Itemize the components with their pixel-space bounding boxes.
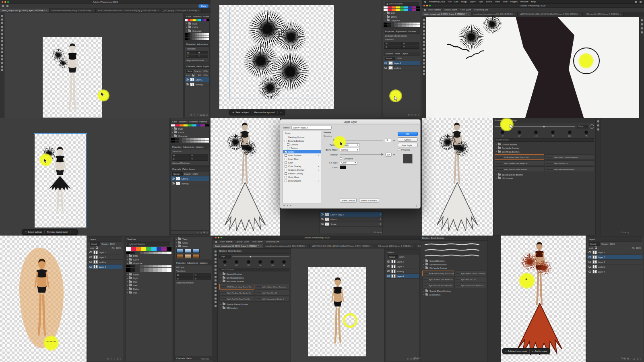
swatch-folder[interactable]: ▸Pure: [126, 280, 171, 283]
layer-style-option[interactable]: Drop Shadow+: [283, 179, 321, 182]
panel-tab[interactable]: Layers: [90, 238, 96, 240]
tool-icon[interactable]: [215, 258, 217, 260]
document-tab[interactable]: Rulloged 115cm Lang...×: [415, 244, 421, 248]
status-icon[interactable]: [640, 1, 642, 3]
brush-size-input[interactable]: [219, 255, 231, 259]
layer-style-option[interactable]: Color Overlay+: [283, 164, 321, 168]
remove-background-button[interactable]: Remove background: [45, 230, 70, 234]
swatch-folder[interactable]: ▸Darker: [126, 287, 171, 291]
layer-thumbnail[interactable]: [190, 83, 194, 86]
make-default-button[interactable]: Make Default: [340, 198, 357, 203]
transform-field[interactable]: W:: [172, 154, 190, 157]
brush-preset[interactable]: Kyle's Real Oils Round Flex Wet: [219, 296, 254, 302]
panel-tab[interactable]: Channels: [385, 52, 393, 55]
fill-value[interactable]: 100%: [116, 247, 121, 249]
panel-tab[interactable]: Libraries: [196, 146, 203, 148]
tool-icon[interactable]: [215, 261, 217, 263]
panel-icon[interactable]: [641, 19, 643, 21]
layer-row[interactable]: working: [588, 265, 642, 269]
mask-icon[interactable]: ◻: [111, 358, 112, 360]
document-tab[interactable]: _HG.jpeg @ 100% (Layer 6, RGB/8#)×: [583, 12, 623, 16]
layer-thumbnail[interactable]: [93, 260, 98, 264]
tool-icon[interactable]: [215, 294, 217, 296]
menu-item[interactable]: Edit: [454, 0, 458, 3]
document-tab[interactable]: a9347398-8480-4382-b18f-1219b15a3698.jpe…: [96, 8, 161, 12]
panel-tab[interactable]: Patterns: [199, 120, 207, 123]
swatch-grid[interactable]: [171, 124, 209, 126]
blend-mode-select[interactable]: Normal: [385, 57, 395, 60]
layer-style-option[interactable]: Stroke: [283, 150, 321, 153]
visibility-eye-icon[interactable]: [588, 271, 591, 273]
layer-thumbnail[interactable]: [93, 255, 98, 259]
brush-preset[interactable]: Kyle's Paintbox - Wet Blender 50: [495, 160, 544, 166]
document-tab[interactable]: basic_croquis.psd @ 100% (Layer 3, RGB/8…: [0, 8, 50, 12]
brush-preset[interactable]: KYLE Ultimate Inking Thick 'n Thin: [422, 271, 454, 276]
gradient-swatch[interactable]: [176, 249, 184, 253]
brush-tip[interactable]: 127: [231, 260, 242, 267]
gray-swatch-row[interactable]: [171, 141, 209, 143]
zoom-window-icon[interactable]: [221, 237, 222, 238]
brush-folder[interactable]: ▸Wet Media Brushes: [219, 279, 289, 283]
panel-tab[interactable]: Swatches: [193, 15, 202, 18]
transform-field[interactable]: Y:: [190, 157, 208, 161]
tool-icon[interactable]: [1, 40, 3, 42]
panel-tab[interactable]: Gradients: [203, 15, 209, 18]
tool-icon[interactable]: [1, 55, 3, 57]
canvas-zoomed-view[interactable]: [426, 17, 639, 118]
swatch-group-folder[interactable]: ▸RGB: [185, 22, 209, 25]
layer-thumbnail[interactable]: [93, 250, 98, 254]
layer-thumbnail[interactable]: [190, 78, 194, 81]
window-controls[interactable]: [423, 5, 431, 6]
layer-thumbnail[interactable]: [325, 222, 329, 226]
tool-icon[interactable]: [423, 37, 425, 39]
menu-item[interactable]: Window: [520, 0, 528, 3]
tool-icon[interactable]: [423, 66, 425, 68]
brush-folder[interactable]: ▸DFI brushes: [495, 176, 594, 180]
up-icon[interactable]: ▴: [287, 204, 288, 207]
tool-icon[interactable]: [423, 30, 425, 32]
fill-value[interactable]: 100%: [202, 74, 208, 77]
tool-option[interactable]: Mode: Normal: [428, 8, 441, 11]
layer-style-option[interactable]: Pattern Overlay: [283, 172, 321, 175]
visibility-eye-icon[interactable]: [321, 218, 324, 220]
ok-button[interactable]: OK: [398, 132, 418, 136]
visibility-eye-icon[interactable]: [172, 182, 175, 184]
swatch-group-folder[interactable]: ▸Grayscale: [126, 261, 171, 265]
close-window-icon[interactable]: [2, 1, 3, 3]
close-tab-icon[interactable]: ×: [372, 245, 373, 247]
visibility-eye-icon[interactable]: [384, 62, 387, 64]
tool-icon[interactable]: [423, 62, 425, 64]
layer-thumbnail[interactable]: [176, 177, 180, 180]
visibility-eye-icon[interactable]: [588, 266, 591, 268]
visibility-eye-icon[interactable]: [89, 261, 92, 263]
transform-field[interactable]: Y:: [402, 46, 419, 49]
tool-icon[interactable]: [423, 52, 425, 54]
menu-item[interactable]: View: [503, 0, 508, 3]
opacity-value[interactable]: 100%: [202, 70, 208, 72]
checkbox-icon[interactable]: [285, 151, 287, 153]
checkbox-icon[interactable]: [285, 161, 287, 164]
panel-icon[interactable]: [597, 124, 599, 126]
gradient-swatch[interactable]: [192, 254, 200, 258]
brush-folder[interactable]: ▸Dry Media Brushes: [495, 146, 594, 150]
opacity-value[interactable]: 100%: [610, 243, 615, 245]
gray-swatch-row[interactable]: [185, 33, 209, 35]
close-window-icon[interactable]: [215, 237, 217, 238]
slider-knob[interactable]: [543, 126, 545, 128]
brush-preset[interactable]: Kyle's Real Oils - 01: [454, 277, 486, 282]
tool-icon[interactable]: [1, 19, 3, 21]
layer-row[interactable]: Layer 1: [185, 77, 209, 82]
brush-preset[interactable]: Kyle's Inkbox - Classic Cartoonist: [545, 154, 594, 160]
brush-preset[interactable]: Kyle's Real Oils - 01: [545, 160, 594, 166]
checkbox-icon[interactable]: [285, 140, 287, 142]
fx-icon[interactable]: fx: [408, 114, 410, 116]
layer-style-option[interactable]: Inner Shadow+: [283, 153, 321, 157]
tool-icon[interactable]: [215, 276, 217, 278]
brush-folder[interactable]: ▸Dry Media Brushes: [422, 263, 486, 266]
swatch-group-folder[interactable]: ▸CMYK: [171, 130, 209, 134]
search-swatches-input[interactable]: Search Swatches: [127, 242, 170, 246]
layer-thumbnail[interactable]: [391, 260, 396, 263]
mask-icon[interactable]: ◻: [410, 358, 412, 360]
group-icon[interactable]: ▭: [633, 358, 635, 360]
panel-tab[interactable]: Libraries: [408, 30, 416, 33]
